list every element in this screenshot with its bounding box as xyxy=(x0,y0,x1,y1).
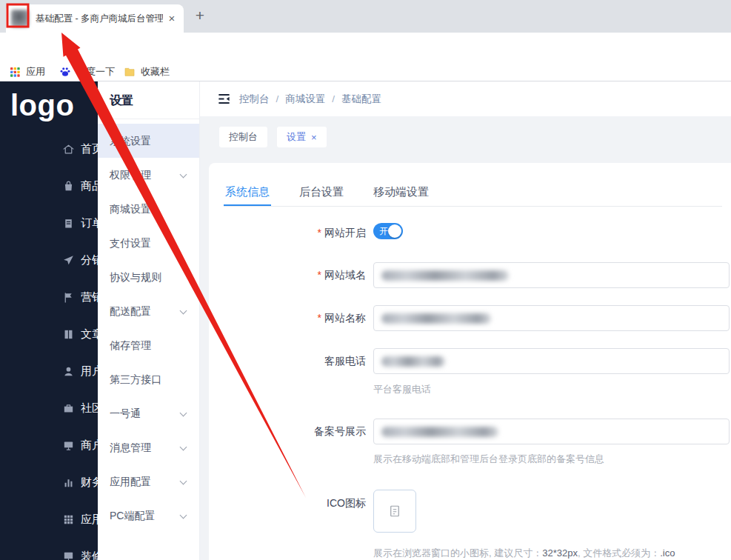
logo: logo xyxy=(0,81,98,129)
submenu-item-9[interactable]: 消息管理 xyxy=(98,430,199,464)
divider xyxy=(98,119,199,119)
page-tab-chip-1[interactable]: 设置× xyxy=(277,127,327,147)
redacted-value xyxy=(381,356,445,367)
submenu-item-label: 支付设置 xyxy=(110,237,151,249)
submenu-item-label: 权限管理 xyxy=(110,169,151,181)
icp-hint: 展示在移动端底部和管理后台登录页底部的备案号信息 xyxy=(373,453,730,466)
submenu-item-0[interactable]: 系统设置 xyxy=(98,124,199,158)
chevron-down-icon xyxy=(180,171,187,179)
field-label: ICO图标 xyxy=(209,490,366,510)
main-sidebar: logo 首页商品订单分销营销文章用户社区商户财务应用装修 xyxy=(0,81,98,560)
storefront-icon xyxy=(62,439,75,452)
tab-后台设置[interactable]: 后台设置 xyxy=(298,179,345,206)
sidebar-item-community[interactable]: 社区 xyxy=(0,390,98,427)
sidebar-item-merchants[interactable]: 商户 xyxy=(0,427,98,464)
sidebar-item-decoration[interactable]: 装修 xyxy=(0,538,98,560)
content-area: 控制台/商城设置/基础配置 控制台设置× 系统信息后台设置移动端设置 *网站开启… xyxy=(200,81,731,560)
submenu-item-4[interactable]: 协议与规则 xyxy=(98,260,199,294)
sidebar-item-apps[interactable]: 应用 xyxy=(0,501,98,538)
phone-hint: 平台客服电话 xyxy=(373,383,730,396)
bookmark-label: 百度一下 xyxy=(76,65,115,79)
bookmark-folder[interactable]: 收藏栏 xyxy=(124,62,170,81)
submenu-item-10[interactable]: 应用配置 xyxy=(98,464,199,499)
submenu-item-1[interactable]: 权限管理 xyxy=(98,158,199,192)
sidebar-item-users[interactable]: 用户 xyxy=(0,353,98,390)
sidebar-item-marketing[interactable]: 营销 xyxy=(0,279,98,316)
submenu-item-8[interactable]: 一号通 xyxy=(98,396,199,430)
settings-submenu: 设置 系统设置权限管理商城设置支付设置协议与规则配送配置储存管理第三方接口一号通… xyxy=(98,81,200,560)
breadcrumb-item[interactable]: 商城设置 xyxy=(285,93,325,106)
submenu-item-7[interactable]: 第三方接口 xyxy=(98,362,199,396)
flag-icon xyxy=(62,291,75,304)
site-name-input[interactable] xyxy=(373,305,730,331)
form-row-site-name: *网站名称 xyxy=(209,305,731,331)
browser-tab[interactable]: 基础配置 - 多商户商城后台管理 × xyxy=(6,4,184,33)
settings-panel: 系统信息后台设置移动端设置 *网站开启 开 *网站域名 *网站名称 xyxy=(209,163,731,560)
ico-hint: 展示在浏览器窗口的小图标, 建议尺寸：32*32px, 文件格式必须为：.ico xyxy=(373,547,730,560)
required-mark: * xyxy=(318,269,321,281)
grid-icon xyxy=(62,513,75,526)
submenu-item-label: 消息管理 xyxy=(110,441,151,453)
form-row-phone: 客服电话 xyxy=(209,348,731,374)
redacted-value xyxy=(381,313,491,324)
page-tab-label: 设置 xyxy=(287,130,306,144)
sidebar-item-orders[interactable]: 订单 xyxy=(0,204,98,241)
field-label: 客服电话 xyxy=(209,348,366,374)
page-tab-chip-0[interactable]: 控制台 xyxy=(219,127,267,147)
screen-icon xyxy=(62,550,75,560)
required-mark: * xyxy=(318,312,321,324)
submenu-item-5[interactable]: 配送配置 xyxy=(98,294,199,328)
field-label: 备案号展示 xyxy=(209,419,366,444)
submenu-item-label: 应用配置 xyxy=(110,476,151,487)
breadcrumb-item[interactable]: 基础配置 xyxy=(341,93,381,106)
sidebar-item-distribution[interactable]: 分销 xyxy=(0,241,98,279)
submenu-item-11[interactable]: PC端配置 xyxy=(98,499,199,533)
baidu-paw-icon xyxy=(59,66,71,78)
submenu-item-label: 系统设置 xyxy=(110,135,151,147)
browser-tab-title: 基础配置 - 多商户商城后台管理 xyxy=(36,4,163,33)
field-label: *网站开启 xyxy=(209,224,366,241)
submenu-item-3[interactable]: 支付设置 xyxy=(98,226,199,260)
tab-系统信息[interactable]: 系统信息 xyxy=(224,179,271,206)
new-tab-button[interactable]: + xyxy=(190,6,210,27)
submenu-list: 系统设置权限管理商城设置支付设置协议与规则配送配置储存管理第三方接口一号通消息管… xyxy=(98,124,199,533)
chevron-down-icon xyxy=(180,478,187,485)
ico-upload-box[interactable] xyxy=(373,490,416,533)
bookmarks-bar: 应用 百度一下 收藏栏 xyxy=(0,62,731,81)
chevron-down-icon xyxy=(180,444,187,451)
tab-移动端设置[interactable]: 移动端设置 xyxy=(372,179,430,206)
site-domain-input[interactable] xyxy=(373,262,730,288)
bookmark-label: 应用 xyxy=(26,65,45,79)
sidebar-item-home[interactable]: 首页 xyxy=(0,130,98,167)
admin-app: logo 首页商品订单分销营销文章用户社区商户财务应用装修 设置 系统设置权限管… xyxy=(0,81,731,560)
bookmark-baidu[interactable]: 百度一下 xyxy=(59,62,115,81)
breadcrumb-separator: / xyxy=(276,93,279,104)
sidebar-item-articles[interactable]: 文章 xyxy=(0,316,98,353)
sidebar-item-finance[interactable]: 财务 xyxy=(0,464,98,501)
bookmark-apps[interactable]: 应用 xyxy=(9,62,45,81)
page-tab-label: 控制台 xyxy=(229,130,258,144)
sidebar-item-goods[interactable]: 商品 xyxy=(0,167,98,204)
collapse-sidebar-icon[interactable] xyxy=(217,92,231,106)
content-tabs: 系统信息后台设置移动端设置 xyxy=(224,179,722,207)
redacted-value xyxy=(381,270,509,281)
submenu-item-6[interactable]: 储存管理 xyxy=(98,328,199,362)
breadcrumb-item[interactable]: 控制台 xyxy=(239,93,270,106)
phone-input[interactable] xyxy=(373,348,730,374)
browser-tab-strip: 基础配置 - 多商户商城后台管理 × + xyxy=(0,0,731,33)
chevron-down-icon xyxy=(180,512,187,519)
bookmark-label: 收藏栏 xyxy=(141,65,170,79)
icp-input[interactable] xyxy=(373,419,730,444)
tab-close-icon[interactable]: × xyxy=(164,11,179,26)
submenu-item-label: 一号通 xyxy=(110,407,141,419)
favicon xyxy=(11,10,29,27)
chevron-down-icon xyxy=(180,307,187,315)
toggle-knob xyxy=(388,224,401,238)
form-row-site-domain: *网站域名 xyxy=(209,262,731,288)
browser-navbar xyxy=(0,33,731,62)
page-tabs: 控制台设置× xyxy=(219,127,327,147)
site-open-toggle[interactable]: 开 xyxy=(373,223,403,239)
close-icon[interactable]: × xyxy=(311,132,317,143)
field-label: *网站名称 xyxy=(209,305,366,331)
submenu-item-2[interactable]: 商城设置 xyxy=(98,192,199,226)
